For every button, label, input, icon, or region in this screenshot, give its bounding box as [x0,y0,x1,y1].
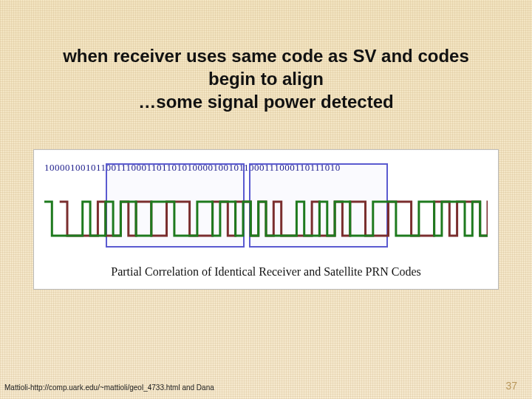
satellite-wave-icon [60,202,488,236]
slide: when receiver uses same code as SV and c… [0,0,532,399]
slide-title: when receiver uses same code as SV and c… [0,44,532,114]
figure-caption: Partial Correlation of Identical Receive… [44,265,488,279]
title-line-1: when receiver uses same code as SV and c… [0,44,532,67]
waveform-area [44,193,488,252]
receiver-wave-icon [44,202,488,236]
footer-citation: Mattioli-http://comp.uark.edu/~mattioli/… [4,383,214,392]
bitstring-row: 1000010010110011100011011010100001001011… [44,162,488,177]
correlation-figure: 1000010010110011100011011010100001001011… [33,149,499,290]
title-line-2: begin to align [0,67,532,90]
page-number: 37 [505,380,517,392]
title-line-3: …some signal power detected [0,90,532,113]
prn-waveforms-icon [44,193,488,252]
